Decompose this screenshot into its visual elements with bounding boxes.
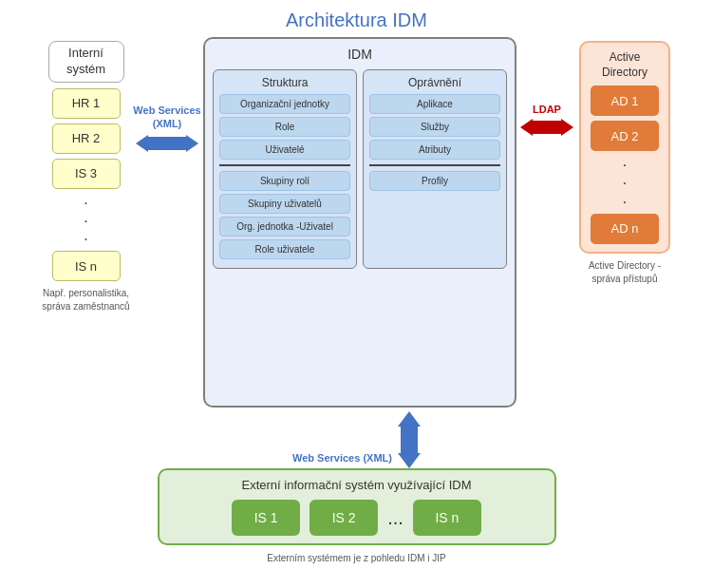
auth-item-1: Služby xyxy=(369,117,500,137)
arrow-right-head xyxy=(186,135,198,152)
external-items-row: IS 1 IS 2 ... IS n xyxy=(171,500,543,536)
left-column: Interní systém HR 1 HR 2 IS 3 ··· IS n N… xyxy=(41,41,131,313)
ad-box-2: AD 2 xyxy=(591,121,659,151)
structure-title: Struktura xyxy=(219,76,350,89)
struct-divider xyxy=(219,164,350,166)
ext-dots: ... xyxy=(387,507,403,529)
arrow-left-head-red xyxy=(520,119,533,136)
left-arrow-container: Web Services (XML) xyxy=(133,104,201,152)
struct-item-2: Uživatelé xyxy=(219,140,350,160)
ad-box-1: AD 1 xyxy=(591,85,659,116)
left-section-label: Interní systém xyxy=(48,41,124,83)
double-arrow-left xyxy=(136,135,198,152)
right-column: Active Directory AD 1 AD 2 ··· AD n Acti… xyxy=(577,41,672,286)
arrow-down-head xyxy=(398,453,421,468)
struct-item-3: Skupiny rolí xyxy=(219,171,350,191)
struct-item-0: Organizační jednotky xyxy=(219,94,350,114)
arrow-left-head xyxy=(136,135,148,152)
ws-xml-label-bottom: Web Services (XML) xyxy=(292,451,392,465)
auth-item-3: Profily xyxy=(369,171,500,191)
auth-title: Oprávnění xyxy=(369,76,500,89)
idm-box: IDM Struktura Organizační jednotky Role … xyxy=(203,37,516,408)
left-box-isn: IS n xyxy=(52,251,121,281)
right-note: Active Directory - správa přístupů xyxy=(574,259,675,286)
arrow-right-head-red xyxy=(561,119,573,136)
arrow-up-head xyxy=(398,411,421,427)
page-title: Architektura IDM xyxy=(0,0,713,31)
ad-box-n: AD n xyxy=(591,214,659,244)
struct-item-4: Skupiny uživatelů xyxy=(219,194,350,214)
arrow-body-v xyxy=(401,427,418,453)
struct-item-6: Role uživatele xyxy=(219,239,350,259)
external-box: Externí informační systém využívající ID… xyxy=(158,468,556,545)
arrow-body-red xyxy=(533,121,561,134)
idm-inner: Struktura Organizační jednotky Role Uživ… xyxy=(213,69,507,269)
ext-box-is2: IS 2 xyxy=(310,500,378,536)
left-dots: ··· xyxy=(84,194,87,249)
arrow-body-left xyxy=(148,137,186,150)
left-box-hr2: HR 2 xyxy=(52,123,121,154)
ext-box-isn: IS n xyxy=(413,500,481,536)
ad-title: Active Directory xyxy=(589,50,661,80)
external-title: Externí informační systém využívající ID… xyxy=(171,478,543,492)
right-arrow-container: LDAP xyxy=(518,104,575,136)
left-note: Např. personalistika, správa zaměstnanců xyxy=(40,287,133,313)
struct-item-1: Role xyxy=(219,117,350,137)
left-box-hr1: HR 1 xyxy=(52,88,121,119)
vertical-arrow xyxy=(398,411,421,468)
auth-section: Oprávnění Aplikace Služby Atributy Profi… xyxy=(363,69,507,269)
ldap-label: LDAP xyxy=(533,104,561,115)
auth-item-2: Atributy xyxy=(369,140,500,160)
left-box-is3: IS 3 xyxy=(52,159,121,189)
ad-dots: ··· xyxy=(589,156,661,211)
structure-section: Struktura Organizační jednotky Role Uživ… xyxy=(213,69,357,269)
auth-item-0: Aplikace xyxy=(369,94,500,114)
auth-divider xyxy=(369,164,500,166)
main-row: Interní systém HR 1 HR 2 IS 3 ··· IS n N… xyxy=(0,37,713,408)
ws-xml-label-left: Web Services (XML) xyxy=(133,104,201,131)
page-wrapper: Architektura IDM Interní systém HR 1 HR … xyxy=(0,0,713,588)
bottom-arrow-ws-row: Web Services (XML) xyxy=(292,411,421,468)
ad-section-box: Active Directory AD 1 AD 2 ··· AD n xyxy=(579,41,670,254)
double-arrow-right xyxy=(520,119,573,136)
ext-box-is1: IS 1 xyxy=(232,500,300,536)
bottom-section: Web Services (XML) Externí informační sy… xyxy=(0,411,713,565)
idm-title: IDM xyxy=(213,47,507,62)
struct-item-5: Org. jednotka -Uživatel xyxy=(219,217,350,237)
ext-note: Externím systémem je z pohledu IDM i JIP xyxy=(267,551,445,565)
